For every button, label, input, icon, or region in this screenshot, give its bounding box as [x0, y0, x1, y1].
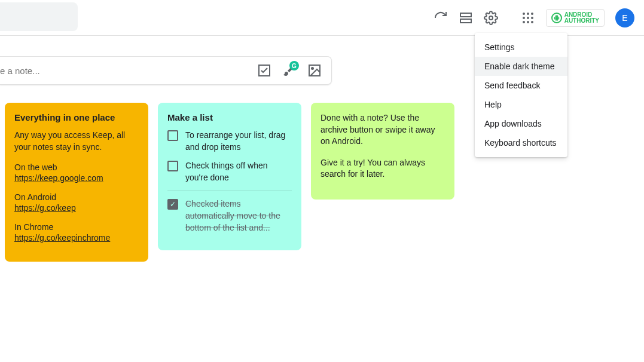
- note-title: Make a list: [167, 112, 292, 122]
- android-icon: [551, 13, 562, 23]
- link-label: In Chrome: [14, 222, 139, 232]
- brush-icon[interactable]: G: [282, 63, 297, 78]
- list-text: To rearrange your list, drag and drop it…: [185, 130, 292, 153]
- list-text: Checked items automatically move to the …: [185, 198, 292, 234]
- svg-point-6: [523, 17, 525, 19]
- svg-point-3: [523, 13, 525, 15]
- logo-text-line1: ANDROID: [564, 12, 599, 18]
- svg-point-2: [489, 16, 493, 20]
- note-card[interactable]: Done with a note? Use the archive button…: [311, 103, 454, 200]
- svg-point-9: [523, 21, 525, 23]
- list-item[interactable]: Check things off when you're done: [167, 160, 292, 183]
- svg-point-4: [527, 13, 529, 15]
- checkbox-unchecked-icon[interactable]: [167, 161, 178, 171]
- svg-point-8: [531, 17, 533, 19]
- list-item[interactable]: Checked items automatically move to the …: [167, 198, 292, 234]
- svg-point-14: [312, 68, 313, 69]
- take-note-input[interactable]: [0, 66, 257, 76]
- checkbox-checked-icon[interactable]: [167, 199, 178, 210]
- list-item[interactable]: To rearrange your list, drag and drop it…: [167, 130, 292, 153]
- grammarly-icon: G: [289, 61, 299, 70]
- android-authority-badge[interactable]: ANDROID AUTHORITY: [546, 9, 605, 27]
- note-card[interactable]: Everything in one place Any way you acce…: [5, 103, 148, 262]
- search-bar-partial[interactable]: [0, 2, 78, 31]
- refresh-icon[interactable]: [434, 11, 448, 25]
- note-text: Done with a note? Use the archive button…: [321, 112, 445, 148]
- avatar[interactable]: E: [615, 8, 634, 27]
- list-view-icon[interactable]: [459, 11, 473, 25]
- note-card[interactable]: Make a list To rearrange your list, drag…: [158, 103, 301, 250]
- svg-point-10: [527, 21, 529, 23]
- svg-point-7: [527, 17, 529, 19]
- dropdown-item-help[interactable]: Help: [475, 95, 567, 114]
- dropdown-item-feedback[interactable]: Send feedback: [475, 76, 567, 95]
- checkbox-unchecked-icon[interactable]: [167, 130, 178, 141]
- note-text: Any way you access Keep, all your notes …: [14, 130, 139, 153]
- svg-rect-1: [460, 19, 471, 23]
- list-text: Check things off when you're done: [185, 160, 292, 183]
- dropdown-item-downloads[interactable]: App downloads: [475, 114, 567, 133]
- note-link[interactable]: https://g.co/keep: [14, 203, 139, 213]
- checkbox-icon[interactable]: [257, 63, 271, 78]
- dropdown-item-shortcuts[interactable]: Keyboard shortcuts: [475, 133, 567, 152]
- note-text: Give it a try! You can always search for…: [321, 157, 445, 180]
- list-divider: [167, 191, 292, 191]
- svg-rect-0: [460, 13, 471, 17]
- dropdown-item-dark-theme[interactable]: Enable dark theme: [475, 57, 567, 76]
- note-link[interactable]: https://g.co/keepinchrome: [14, 233, 139, 243]
- apps-grid-icon[interactable]: [521, 11, 535, 25]
- gear-icon[interactable]: [484, 11, 498, 25]
- notes-container: Everything in one place Any way you acce…: [5, 103, 454, 262]
- compose-bar: G: [0, 56, 332, 85]
- header: ANDROID AUTHORITY E: [0, 0, 644, 36]
- settings-dropdown: Settings Enable dark theme Send feedback…: [475, 33, 567, 157]
- logo-text-line2: AUTHORITY: [564, 18, 599, 24]
- note-title: Everything in one place: [14, 112, 139, 122]
- note-link[interactable]: https://keep.google.com: [14, 173, 139, 183]
- svg-point-5: [531, 13, 533, 15]
- link-label: On Android: [14, 192, 139, 202]
- link-label: On the web: [14, 162, 139, 172]
- svg-point-11: [531, 21, 533, 23]
- image-icon[interactable]: [307, 63, 322, 78]
- dropdown-item-settings[interactable]: Settings: [475, 38, 567, 57]
